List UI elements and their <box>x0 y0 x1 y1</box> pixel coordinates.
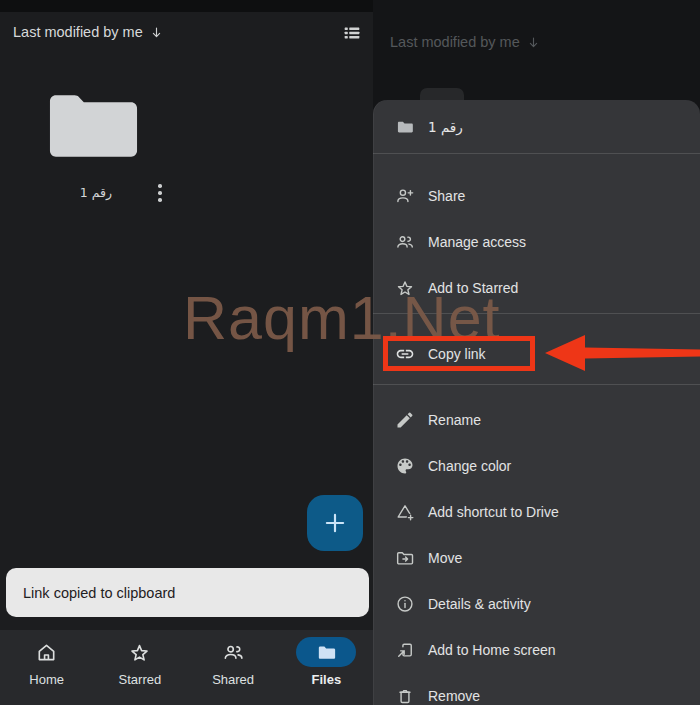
drive-app-screenshot: Last modified by me رقم 1 <box>0 0 700 705</box>
nav-label: Shared <box>212 672 254 687</box>
menu-item-label: Manage access <box>428 234 526 250</box>
menu-item-change-color[interactable]: Change color <box>373 443 700 489</box>
nav-tab-starred[interactable]: Starred <box>93 630 186 705</box>
folder-actions-sheet: رقم 1 Share Manage access Add to Star <box>373 100 700 705</box>
menu-item-label: Add shortcut to Drive <box>428 504 559 520</box>
files-grid-panel: Last modified by me رقم 1 <box>0 0 373 705</box>
create-fab-button[interactable] <box>307 495 363 551</box>
context-menu-panel: Last modified by me رقم 1 Share <box>373 0 700 705</box>
menu-item-label: Details & activity <box>428 596 531 612</box>
menu-item-copy-link[interactable]: Copy link <box>373 331 700 377</box>
nav-tab-home[interactable]: Home <box>0 630 93 705</box>
link-icon <box>395 344 415 364</box>
folder-label-row: رقم 1 <box>46 180 176 206</box>
folder-thumbnail[interactable] <box>46 84 141 162</box>
plus-icon <box>322 510 348 536</box>
menu-item-label: Share <box>428 188 465 204</box>
drive-add-icon <box>395 502 415 522</box>
menu-item-label: Move <box>428 550 462 566</box>
more-vert-icon[interactable] <box>154 180 166 206</box>
menu-item-share[interactable]: Share <box>373 173 700 219</box>
menu-item-label: Remove <box>428 688 480 704</box>
menu-item-label: Add to Starred <box>428 280 518 296</box>
sheet-title: رقم 1 <box>428 119 463 135</box>
menu-item-label: Add to Home screen <box>428 642 556 658</box>
info-icon <box>395 594 415 614</box>
nav-label: Starred <box>119 672 162 687</box>
add-to-home-icon <box>395 640 415 660</box>
star-icon <box>110 637 170 667</box>
nav-tab-shared[interactable]: Shared <box>187 630 280 705</box>
person-add-icon <box>395 186 415 206</box>
folder-move-icon <box>395 548 415 568</box>
toast-message: Link copied to clipboard <box>23 585 175 601</box>
nav-label: Home <box>29 672 64 687</box>
divider <box>373 153 700 154</box>
sort-control[interactable]: Last modified by me <box>13 24 164 40</box>
menu-item-label: Change color <box>428 458 511 474</box>
sort-label: Last modified by me <box>390 34 520 50</box>
dimmed-sort-label: Last modified by me <box>390 34 541 50</box>
toast-snackbar: Link copied to clipboard <box>6 568 369 617</box>
folder-icon <box>46 84 141 162</box>
nav-label: Files <box>312 672 342 687</box>
menu-item-add-to-starred[interactable]: Add to Starred <box>373 265 700 311</box>
divider <box>373 384 700 385</box>
trash-icon <box>395 686 415 705</box>
star-icon <box>395 278 415 298</box>
status-bar-strip <box>0 0 373 12</box>
folder-icon <box>395 117 415 137</box>
palette-icon <box>395 456 415 476</box>
group-icon <box>203 637 263 667</box>
menu-item-details[interactable]: Details & activity <box>373 581 700 627</box>
home-icon <box>17 637 77 667</box>
group-icon <box>395 232 415 252</box>
folder-icon <box>296 637 356 667</box>
menu-item-label: Rename <box>428 412 481 428</box>
arrow-down-icon <box>526 35 541 50</box>
menu-item-rename[interactable]: Rename <box>373 397 700 443</box>
folder-name: رقم 1 <box>46 185 146 200</box>
menu-item-label: Copy link <box>428 346 486 362</box>
divider <box>373 313 700 314</box>
nav-tab-files[interactable]: Files <box>280 630 373 705</box>
bottom-navigation: Home Starred Shared Files <box>0 630 373 705</box>
menu-item-remove[interactable]: Remove <box>373 673 700 705</box>
menu-item-move[interactable]: Move <box>373 535 700 581</box>
list-view-toggle-icon[interactable] <box>341 22 363 44</box>
pencil-icon <box>395 410 415 430</box>
sort-label: Last modified by me <box>13 24 143 40</box>
arrow-down-icon <box>149 25 164 40</box>
menu-item-add-shortcut[interactable]: Add shortcut to Drive <box>373 489 700 535</box>
sheet-header: رقم 1 <box>373 100 700 153</box>
menu-item-manage-access[interactable]: Manage access <box>373 219 700 265</box>
menu-item-add-to-home[interactable]: Add to Home screen <box>373 627 700 673</box>
